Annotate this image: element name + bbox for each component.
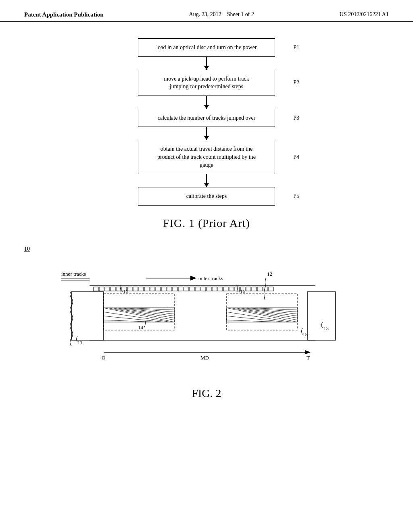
- flow-step-p5: calibrate the steps P5: [138, 187, 275, 206]
- flow-box-p4: obtain the actual travel distance from t…: [138, 140, 275, 174]
- header-center: Aug. 23, 2012 Sheet 1 of 2: [189, 11, 254, 18]
- svg-rect-18: [150, 287, 155, 291]
- arrow-p1-p2: [206, 57, 207, 70]
- svg-rect-46: [227, 294, 297, 330]
- svg-rect-27: [201, 287, 206, 291]
- fig2-area: 10 inner tracks outer tracks 12: [0, 230, 413, 400]
- svg-rect-23: [178, 287, 183, 291]
- svg-rect-20: [161, 287, 166, 291]
- svg-rect-21: [167, 287, 172, 291]
- ref-10-label: 10: [24, 246, 389, 252]
- flow-label-p1: P1: [293, 44, 299, 51]
- svg-rect-9: [99, 287, 104, 291]
- flow-box-p3: calculate the number of tracks jumped ov…: [138, 109, 275, 127]
- svg-rect-30: [218, 287, 223, 291]
- flow-label-p3: P3: [293, 115, 299, 121]
- svg-rect-36: [252, 287, 257, 291]
- arrow-p3-p4: [206, 127, 207, 140]
- svg-rect-15: [133, 287, 138, 291]
- fig1-caption: FIG. 1 (Prior Art): [163, 217, 250, 230]
- svg-text:inner tracks: inner tracks: [61, 271, 86, 277]
- fig2-diagram: inner tracks outer tracks 12: [41, 256, 372, 380]
- svg-rect-26: [195, 287, 200, 291]
- flow-step-p3: calculate the number of tracks jumped ov…: [138, 109, 275, 127]
- flow-step-p4: obtain the actual travel distance from t…: [138, 140, 275, 174]
- svg-rect-32: [229, 287, 234, 291]
- flow-step-p2: move a pick-up head to perform trackjump…: [138, 70, 275, 96]
- svg-rect-22: [173, 287, 177, 291]
- svg-rect-37: [257, 287, 262, 291]
- svg-rect-11: [111, 287, 115, 291]
- flow-label-p4: P4: [293, 154, 299, 160]
- svg-rect-42: [307, 292, 336, 340]
- flowchart: load in an optical disc and turn on the …: [138, 38, 275, 206]
- svg-rect-10: [105, 287, 110, 291]
- arrow-p2-p3: [206, 96, 207, 109]
- svg-rect-40: [71, 292, 104, 340]
- svg-text:T: T: [307, 355, 310, 361]
- page-header: Patent Application Publication Aug. 23, …: [0, 0, 413, 22]
- fig1-area: load in an optical disc and turn on the …: [0, 22, 413, 230]
- svg-rect-16: [139, 287, 144, 291]
- svg-rect-25: [190, 287, 194, 291]
- fig2-caption: FIG. 2: [24, 387, 389, 400]
- svg-rect-17: [144, 287, 149, 291]
- svg-rect-28: [206, 287, 211, 291]
- flow-box-p5: calibrate the steps: [138, 187, 275, 206]
- arrow-p4-p5: [206, 174, 207, 187]
- svg-rect-35: [246, 287, 251, 291]
- header-right: US 2012/0216221 A1: [340, 11, 389, 18]
- svg-text:14: 14: [138, 324, 144, 330]
- svg-text:11: 11: [77, 339, 83, 345]
- svg-rect-39: [269, 287, 273, 291]
- svg-rect-19: [156, 287, 161, 291]
- svg-rect-38: [263, 287, 268, 291]
- svg-rect-29: [212, 287, 217, 291]
- flow-label-p5: P5: [293, 193, 299, 200]
- svg-line-63: [231, 308, 297, 320]
- svg-marker-76: [305, 350, 311, 354]
- flow-step-p1: load in an optical disc and turn on the …: [138, 38, 275, 57]
- svg-text:/15: /15: [239, 288, 246, 294]
- svg-text:12: 12: [267, 271, 272, 277]
- svg-text:O: O: [102, 355, 105, 361]
- header-left: Patent Application Publication: [24, 11, 104, 18]
- svg-text:outer tracks: outer tracks: [198, 275, 223, 281]
- svg-marker-4: [190, 276, 196, 281]
- svg-text:MD: MD: [200, 355, 209, 361]
- flow-box-p1: load in an optical disc and turn on the …: [138, 38, 275, 57]
- svg-text:/15: /15: [122, 288, 129, 294]
- svg-rect-24: [184, 287, 189, 291]
- svg-text:15: 15: [302, 331, 308, 337]
- svg-rect-31: [223, 287, 228, 291]
- flow-label-p2: P2: [293, 79, 299, 86]
- svg-rect-8: [94, 287, 98, 291]
- flow-box-p2: move a pick-up head to perform trackjump…: [138, 70, 275, 96]
- svg-text:13: 13: [323, 325, 329, 331]
